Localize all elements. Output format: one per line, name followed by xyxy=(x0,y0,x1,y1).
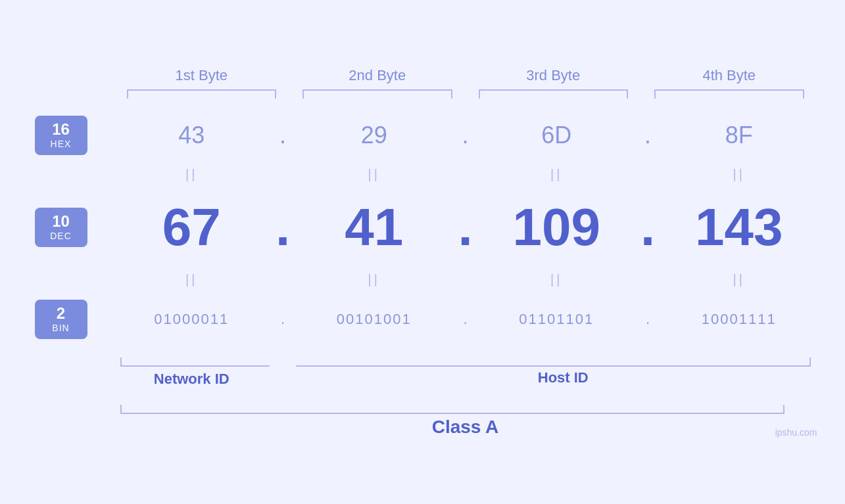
conn1-b2: || xyxy=(296,167,452,182)
bracket-byte3 xyxy=(466,89,642,103)
conn2-b3: || xyxy=(479,272,635,287)
byte4-header: 4th Byte xyxy=(641,67,817,84)
bin-dot3: . xyxy=(635,311,661,328)
bin-badge: 2 BIN xyxy=(35,300,87,339)
bin-dot1: . xyxy=(270,311,296,328)
hex-byte2: 29 xyxy=(296,122,452,149)
hex-dot3: . xyxy=(635,122,661,149)
bin-byte2: 00101001 xyxy=(296,311,452,328)
watermark: ipshu.com xyxy=(775,427,817,438)
conn2-b4: || xyxy=(661,272,817,287)
dec-byte3: 109 xyxy=(479,197,635,258)
byte3-header: 3rd Byte xyxy=(466,67,642,84)
bracket-byte2 xyxy=(289,89,466,103)
bin-byte1: 01000011 xyxy=(114,311,270,328)
conn1-b3: || xyxy=(479,167,635,182)
hex-badge: 16 HEX xyxy=(35,116,87,155)
bracket-byte4 xyxy=(641,89,817,103)
dec-dot2: . xyxy=(452,197,479,258)
host-bracket-b4 xyxy=(661,348,817,367)
dec-byte2: 41 xyxy=(296,197,452,258)
hex-byte1: 43 xyxy=(114,122,270,149)
connector-row-2: || || || || xyxy=(114,267,817,293)
dec-dot3: . xyxy=(635,197,661,258)
dec-row: 67 . 41 . 109 . 143 xyxy=(114,188,817,267)
connector-row-1: || || || || xyxy=(114,162,817,188)
hex-dot1: . xyxy=(270,122,296,149)
bin-byte4: 10001111 xyxy=(661,311,817,328)
conn1-b4: || xyxy=(661,167,817,182)
conn1-b1: || xyxy=(114,167,270,182)
bin-byte3: 01101101 xyxy=(479,311,635,328)
dec-byte1: 67 xyxy=(114,197,270,258)
hex-dot2: . xyxy=(452,122,479,149)
hex-byte3: 6D xyxy=(479,122,635,149)
class-label: Class A xyxy=(114,417,817,438)
byte1-header: 1st Byte xyxy=(114,67,290,84)
conn2-b1: || xyxy=(114,272,270,287)
bracket-byte1 xyxy=(114,89,290,103)
dec-badge: 10 DEC xyxy=(35,208,87,247)
host-bracket-b3 xyxy=(479,348,635,367)
host-bracket-b2 xyxy=(296,348,452,367)
class-bracket xyxy=(28,396,817,414)
bin-dot2: . xyxy=(452,311,479,328)
hex-row: 43 . 29 . 6D . 8F xyxy=(114,109,817,162)
byte-headers: 1st Byte 2nd Byte 3rd Byte 4th Byte xyxy=(28,67,817,84)
byte2-header: 2nd Byte xyxy=(289,67,466,84)
network-bracket xyxy=(114,348,270,367)
class-label-row: Class A xyxy=(28,417,817,438)
top-brackets xyxy=(28,89,817,103)
badge-column: 16 HEX 10 DEC 2 BIN xyxy=(28,109,114,346)
network-host-brackets xyxy=(28,348,817,367)
hex-byte4: 8F xyxy=(661,122,817,149)
conn2-b2: || xyxy=(296,272,452,287)
dec-dot1: . xyxy=(270,197,296,258)
bin-row: 01000011 . 00101001 . 01101101 . 1000111… xyxy=(114,293,817,346)
dec-byte4: 143 xyxy=(661,197,817,258)
